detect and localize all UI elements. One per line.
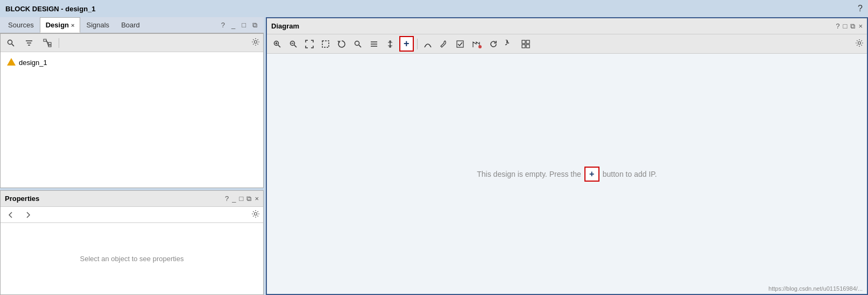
design-content: design_1	[1, 52, 263, 188]
app-title: BLOCK DESIGN - design_1	[5, 5, 96, 13]
svg-rect-6	[48, 42, 51, 45]
properties-minimize-btn[interactable]: _	[232, 195, 236, 203]
diag-zoom-out-btn[interactable]	[286, 38, 300, 50]
svg-rect-30	[522, 40, 525, 44]
properties-toolbar	[1, 207, 263, 223]
design-toolbar	[1, 34, 263, 52]
svg-rect-28	[457, 41, 463, 47]
svg-line-1	[12, 44, 14, 46]
properties-content: Select an object to see properties	[1, 223, 263, 294]
diag-undo-btn[interactable]	[503, 38, 517, 50]
diagram-empty-prefix: This design is empty. Press the	[477, 170, 581, 178]
tab-board[interactable]: Board	[115, 17, 146, 33]
diagram-toolbar: +	[267, 34, 867, 54]
svg-point-29	[478, 45, 482, 48]
tab-bar-actions: ? _ □ ⧉	[219, 20, 262, 31]
properties-empty-text: Select an object to see properties	[80, 255, 184, 263]
diag-gear-btn[interactable]	[855, 39, 864, 49]
diag-wrench-btn[interactable]	[437, 38, 451, 50]
diag-align-btn[interactable]	[367, 38, 381, 50]
svg-rect-5	[44, 39, 46, 41]
diag-fit-btn[interactable]	[302, 38, 316, 50]
properties-maximize-btn[interactable]: ⧉	[246, 195, 251, 203]
svg-rect-7	[48, 45, 51, 47]
design1-icon	[7, 58, 16, 67]
properties-forward-btn[interactable]	[21, 209, 35, 221]
svg-point-20	[355, 41, 359, 45]
properties-title: Properties	[5, 195, 225, 203]
diag-rotate-btn[interactable]	[335, 38, 349, 50]
diagram-maximize-btn[interactable]: ⧉	[850, 22, 855, 31]
diagram-url-hint: https://blog.csdn.net/u011516984/...	[768, 285, 863, 292]
properties-close-btn[interactable]: ×	[255, 195, 259, 203]
diagram-inline-add-ip-btn[interactable]: +	[584, 167, 599, 182]
diagram-header-actions: ? □ ⧉ ×	[836, 22, 863, 31]
svg-point-0	[8, 40, 12, 44]
diag-sep-1	[417, 39, 418, 49]
svg-point-11	[255, 212, 257, 215]
design-item-design1[interactable]: design_1	[5, 56, 259, 68]
tab-help-btn[interactable]: ?	[219, 20, 227, 30]
properties-header: Properties ? _ □ ⧉ ×	[1, 191, 263, 207]
properties-restore-btn[interactable]: □	[239, 195, 244, 203]
diag-mark-btn[interactable]	[469, 38, 484, 50]
diagram-title: Diagram	[271, 22, 836, 30]
diag-search-btn[interactable]	[351, 38, 365, 50]
svg-rect-31	[526, 40, 530, 44]
svg-rect-33	[526, 45, 530, 48]
properties-help-btn[interactable]: ?	[225, 195, 229, 203]
tab-signals[interactable]: Signals	[80, 17, 115, 33]
design1-label: design_1	[19, 59, 47, 67]
properties-back-btn[interactable]	[4, 209, 18, 221]
svg-rect-19	[322, 41, 329, 47]
diag-distribute-btn[interactable]	[383, 38, 397, 50]
svg-line-17	[294, 45, 297, 47]
design-hierarchy-btn[interactable]	[40, 37, 54, 49]
tab-minimize-btn[interactable]: _	[229, 20, 237, 30]
design-filter-btn[interactable]	[22, 37, 36, 49]
properties-gear-btn[interactable]	[251, 210, 260, 220]
design-search-btn[interactable]	[4, 37, 18, 49]
diagram-header: Diagram ? □ ⧉ ×	[267, 18, 867, 34]
tab-sources[interactable]: Sources	[2, 17, 40, 33]
design-toolbar-sep	[59, 38, 59, 48]
design-panel: design_1	[0, 33, 264, 188]
diagram-empty-suffix: button to add IP.	[603, 170, 657, 178]
left-panel: Sources Design × Signals Board ? _ □ ⧉	[0, 17, 264, 295]
svg-line-21	[359, 45, 361, 47]
diagram-container: Diagram ? □ ⧉ ×	[266, 17, 868, 295]
tab-maximize-btn[interactable]: ⧉	[250, 20, 259, 31]
diagram-restore-btn[interactable]: □	[843, 22, 848, 30]
svg-point-10	[255, 40, 257, 43]
tab-design[interactable]: Design ×	[40, 17, 81, 33]
svg-rect-32	[522, 45, 525, 48]
title-bar: BLOCK DESIGN - design_1 ?	[0, 0, 868, 17]
svg-point-34	[858, 41, 861, 44]
right-panel: Diagram ? □ ⧉ ×	[266, 17, 868, 295]
tab-restore-btn[interactable]: □	[239, 20, 248, 30]
svg-line-13	[278, 45, 280, 47]
diagram-help-btn[interactable]: ?	[836, 22, 839, 30]
diag-validate-btn[interactable]	[453, 38, 467, 50]
diag-equalize-btn[interactable]	[519, 38, 533, 50]
diag-refresh-btn[interactable]	[486, 38, 500, 50]
diag-connection-btn[interactable]	[421, 38, 435, 50]
diagram-close-btn[interactable]: ×	[858, 22, 863, 30]
design-gear-btn[interactable]	[251, 38, 260, 48]
diag-select-btn[interactable]	[319, 38, 333, 50]
diagram-content: This design is empty. Press the + button…	[267, 54, 867, 294]
tab-bar: Sources Design × Signals Board ? _ □ ⧉	[0, 17, 264, 33]
main-layout: Sources Design × Signals Board ? _ □ ⧉	[0, 17, 868, 295]
diagram-empty-message: This design is empty. Press the + button…	[477, 167, 657, 182]
diag-add-ip-btn[interactable]: +	[399, 36, 414, 52]
properties-panel: Properties ? _ □ ⧉ ×	[0, 190, 264, 295]
tab-design-close[interactable]: ×	[71, 22, 74, 28]
help-button[interactable]: ?	[858, 4, 863, 13]
diag-zoom-in-btn[interactable]	[270, 38, 284, 50]
properties-header-actions: ? _ □ ⧉ ×	[225, 195, 259, 203]
